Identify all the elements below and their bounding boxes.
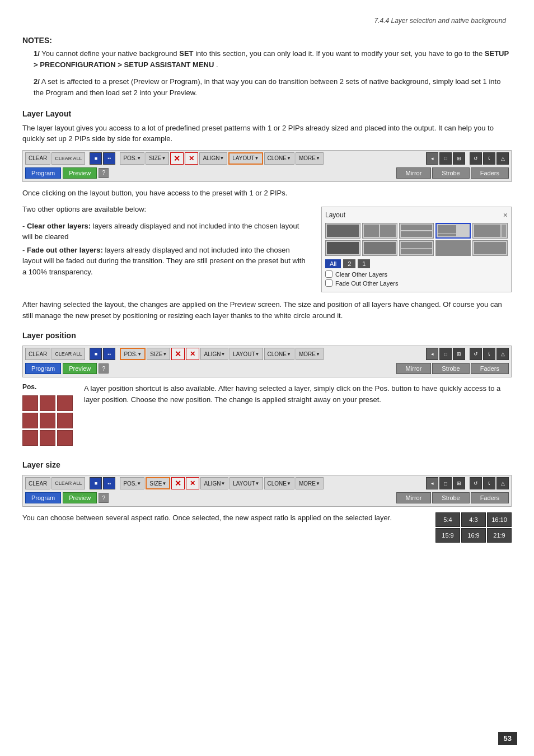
faders-button-2[interactable]: Faders xyxy=(471,363,509,374)
strobe-button-1[interactable]: Strobe xyxy=(432,167,469,179)
size-button-1[interactable]: SIZE xyxy=(146,152,169,165)
pos-cell-ml[interactable] xyxy=(22,413,38,428)
size-button-2[interactable]: SIZE xyxy=(147,348,170,360)
icon-r3-2: □ xyxy=(439,477,452,489)
layout-option-2[interactable] xyxy=(362,223,397,239)
help-button-2[interactable]: ? xyxy=(99,363,109,374)
aspect-16-9[interactable]: 16:9 xyxy=(461,528,486,543)
pip-single-icon-3: ■ xyxy=(90,477,102,489)
layout-button-3[interactable]: LAYOUT xyxy=(229,477,263,489)
help-button-3[interactable]: ? xyxy=(99,493,109,503)
layout-option-1[interactable] xyxy=(325,223,360,239)
clear-all-button-2[interactable]: CLEAR ALL xyxy=(51,348,85,360)
pos-cell-bl[interactable] xyxy=(22,430,38,446)
pos-cell-mr[interactable] xyxy=(57,413,73,428)
preview-button-2[interactable]: Preview xyxy=(63,363,97,374)
faders-button-3[interactable]: Faders xyxy=(471,492,509,503)
layout-button-2[interactable]: LAYOUT xyxy=(229,348,263,360)
layout-number-row: All 2 1 xyxy=(325,259,508,268)
layer-layout-heading: Layer Layout xyxy=(22,109,512,118)
clear-button-3[interactable]: CLEAR xyxy=(25,477,50,489)
layer-size-heading: Layer size xyxy=(22,460,512,469)
note-1-number: 1/ xyxy=(34,49,40,58)
clear-all-button-1[interactable]: CLEAR ALL xyxy=(51,152,85,165)
align-button-2[interactable]: ALIGN xyxy=(200,348,228,360)
pos-cell-tl[interactable] xyxy=(22,395,38,411)
layout-option-10[interactable] xyxy=(472,240,508,256)
layout-option-8[interactable] xyxy=(399,240,434,256)
more-button-3[interactable]: MORE xyxy=(296,477,324,489)
layout-option-3[interactable] xyxy=(399,223,434,239)
aspect-5-4[interactable]: 5:4 xyxy=(435,512,460,527)
layer-position-heading: Layer position xyxy=(22,331,512,340)
clone-button-3[interactable]: CLONE xyxy=(264,477,294,489)
program-button-1[interactable]: Program xyxy=(25,167,61,179)
align-button-3[interactable]: ALIGN xyxy=(200,477,228,489)
icon-r3-3: ⊞ xyxy=(453,477,465,489)
icon-r3-4: ↺ xyxy=(470,477,482,489)
preview-button-1[interactable]: Preview xyxy=(63,167,97,179)
fade-out-other-layers-checkbox[interactable] xyxy=(325,279,332,287)
icon-r2-2: □ xyxy=(439,348,452,360)
strobe-button-3[interactable]: Strobe xyxy=(432,492,469,503)
pos-button-3[interactable]: POS. xyxy=(120,477,144,489)
layout-option-6[interactable] xyxy=(325,240,360,256)
layout-button-1[interactable]: LAYOUT xyxy=(228,152,263,165)
pos-cell-mc[interactable] xyxy=(40,413,55,428)
clear-button-2[interactable]: CLEAR xyxy=(25,348,50,360)
x-arrow-icon-1: ✕ xyxy=(185,152,198,165)
strobe-button-2[interactable]: Strobe xyxy=(432,363,469,374)
mirror-button-1[interactable]: Mirror xyxy=(396,167,432,179)
preview-button-3[interactable]: Preview xyxy=(63,492,97,503)
clone-button-2[interactable]: CLONE xyxy=(264,348,294,360)
help-button-1[interactable]: ? xyxy=(99,168,109,178)
program-button-3[interactable]: Program xyxy=(25,492,61,503)
notes-section: NOTES: 1/ You cannot define your native … xyxy=(22,36,512,99)
pos-cell-br[interactable] xyxy=(57,430,73,446)
layer-position-section: Layer position CLEAR CLEAR ALL ■ ▪▪ POS.… xyxy=(22,331,512,450)
layout-options-grid xyxy=(325,223,508,256)
aspect-16-10[interactable]: 16:10 xyxy=(487,512,512,527)
pos-cell-bc[interactable] xyxy=(40,430,55,446)
layer-position-description: A layer position shortcut is also availa… xyxy=(84,383,512,405)
clear-other-layers-row: Clear Other Layers xyxy=(325,270,508,278)
pip-double-icon-3: ▪▪ xyxy=(103,477,115,489)
layout-all-button[interactable]: All xyxy=(325,259,341,268)
align-button-1[interactable]: ALIGN xyxy=(199,152,227,165)
faders-button-1[interactable]: Faders xyxy=(471,167,509,179)
pos-cell-tr[interactable] xyxy=(57,395,73,411)
layout-option-5[interactable] xyxy=(472,223,508,239)
more-button-1[interactable]: MORE xyxy=(296,152,324,165)
pos-button-1[interactable]: POS. xyxy=(120,152,144,165)
mirror-button-2[interactable]: Mirror xyxy=(396,363,432,374)
size-button-3[interactable]: SIZE xyxy=(146,477,170,489)
icon-r1-4: ↺ xyxy=(470,152,482,165)
mirror-button-3[interactable]: Mirror xyxy=(396,492,432,503)
fade-out-other-layers-row: Fade Out Other Layers xyxy=(325,279,508,287)
clear-all-button-3[interactable]: CLEAR ALL xyxy=(51,477,85,489)
program-button-2[interactable]: Program xyxy=(25,363,61,374)
aspect-4-3[interactable]: 4:3 xyxy=(461,512,486,527)
layout-2-button[interactable]: 2 xyxy=(343,259,355,268)
page-header-title: 7.4.4 Layer selection and native backgro… xyxy=(22,17,512,25)
more-button-2[interactable]: MORE xyxy=(296,348,324,360)
clear-other-layers-checkbox[interactable] xyxy=(325,270,332,278)
layout-option-9[interactable] xyxy=(435,240,471,256)
aspect-21-9[interactable]: 21:9 xyxy=(487,528,512,543)
clone-button-1[interactable]: CLONE xyxy=(264,152,294,165)
note-2-number: 2/ xyxy=(34,77,40,86)
icon-r1-6: △ xyxy=(496,152,509,165)
pos-label: Pos. xyxy=(22,383,73,391)
clear-button-1[interactable]: CLEAR xyxy=(25,152,50,165)
icon-r2-3: ⊞ xyxy=(453,348,465,360)
layout-1-button[interactable]: 1 xyxy=(358,259,370,268)
layout-popup-close-icon[interactable]: × xyxy=(503,211,508,220)
aspect-15-9[interactable]: 15:9 xyxy=(435,528,460,543)
pos-cell-tc[interactable] xyxy=(40,395,55,411)
note-item-1: 1/ You cannot define your native backgro… xyxy=(22,48,512,71)
layout-option-4[interactable] xyxy=(435,223,471,239)
clear-other-layers-label: Clear Other Layers xyxy=(335,271,387,278)
pip-double-icon-2: ▪▪ xyxy=(103,348,115,360)
layout-option-7[interactable] xyxy=(362,240,397,256)
pos-button-2[interactable]: POS. xyxy=(120,348,146,360)
